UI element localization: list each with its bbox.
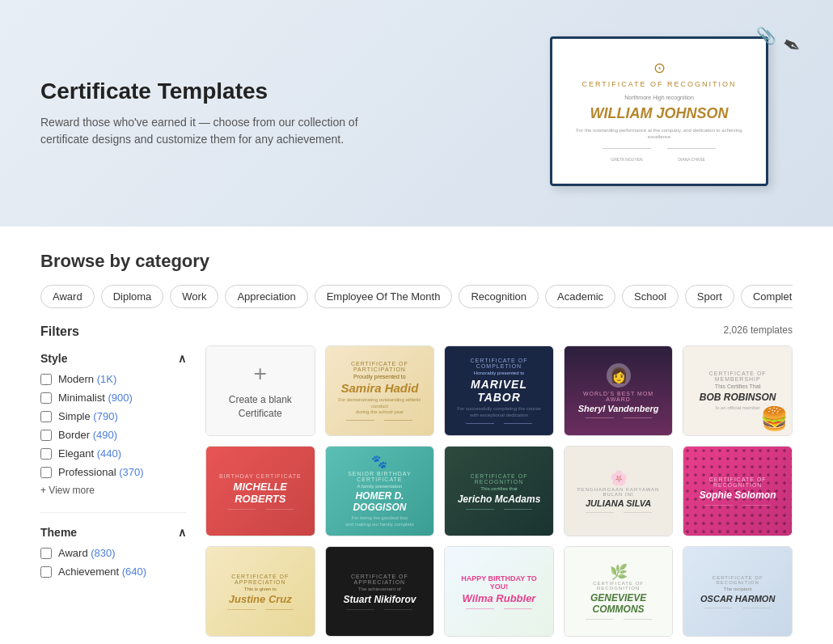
cat-school[interactable]: School bbox=[622, 285, 679, 308]
filter-professional-checkbox[interactable] bbox=[40, 467, 52, 478]
template-homer-thumb: 🐾 Senior Birthday Certificate A family p… bbox=[326, 447, 434, 536]
template-genevieve[interactable]: 🌿 Certificate of Recognition GENEVIEVE C… bbox=[564, 546, 674, 637]
blank-template-card[interactable]: + Create a blankCertificate bbox=[205, 345, 315, 436]
sidebar-filters: Filters Style ∧ Modern (1K) Minimalist (… bbox=[40, 324, 186, 637]
hero-text: Certificate Templates Reward those who'v… bbox=[40, 78, 380, 148]
main-content: Browse by category Award Diploma Work Ap… bbox=[0, 227, 833, 644]
template-sophie[interactable]: Certificate of Recognition Sophie Solomo… bbox=[683, 446, 793, 536]
cert-mockup-desc: For the outstanding performance at the c… bbox=[565, 127, 753, 141]
filter-minimalist: Minimalist (900) bbox=[40, 392, 186, 404]
hero-image: ⊙ Certificate of Recognition Northmore H… bbox=[534, 32, 793, 194]
template-bob-thumb: Certificate of Membership This Certifies… bbox=[683, 346, 792, 435]
paw-icon: 🐾 bbox=[371, 454, 387, 469]
theme-filter-label: Theme bbox=[40, 526, 77, 539]
filter-achievement-theme-checkbox[interactable] bbox=[40, 566, 52, 578]
template-michelle[interactable]: Birthday Certificate MICHELLE ROBERTS bbox=[205, 446, 315, 536]
cat-work[interactable]: Work bbox=[170, 285, 218, 308]
cert-mockup-title: Certificate of Recognition bbox=[581, 80, 736, 88]
sheryl-photo: 👩 bbox=[607, 363, 631, 388]
template-jericho-thumb: Certificate of Recognition This certifie… bbox=[445, 447, 553, 536]
templates-grid: + Create a blankCertificate Certificate … bbox=[205, 345, 793, 637]
pen-icon: ✒ bbox=[776, 29, 806, 61]
hero-title: Certificate Templates bbox=[40, 78, 380, 104]
blank-plus-icon: + bbox=[254, 361, 267, 387]
template-sheryl-thumb: 👩 World's Best Mom Award Sheryl Vandenbe… bbox=[564, 346, 673, 435]
template-oscar[interactable]: Certificate of Recognition The recipient… bbox=[683, 546, 793, 637]
theme-filter-section: Theme ∧ Award (830) Achievement (640) bbox=[40, 526, 186, 578]
cert-sig-1: GRETA NGUYEN bbox=[603, 148, 651, 163]
style-view-more[interactable]: + View more bbox=[40, 485, 186, 496]
category-tabs: Award Diploma Work Appreciation Employee… bbox=[40, 285, 793, 308]
filter-elegant: Elegant (440) bbox=[40, 447, 186, 460]
cert-mockup-name: WILLIAM JOHNSON bbox=[590, 105, 729, 122]
content-area: Filters Style ∧ Modern (1K) Minimalist (… bbox=[40, 324, 793, 637]
cat-diploma[interactable]: Diploma bbox=[101, 285, 164, 308]
templates-area: 2,026 templates + Create a blankCertific… bbox=[205, 324, 793, 637]
cert-sig-2: DIANA CHASE bbox=[667, 148, 716, 163]
template-sheryl[interactable]: 👩 World's Best Mom Award Sheryl Vandenbe… bbox=[564, 345, 674, 436]
cat-appreciation[interactable]: Appreciation bbox=[225, 285, 307, 308]
filter-professional: Professional (370) bbox=[40, 466, 186, 478]
template-jericho[interactable]: Certificate of Recognition This certifie… bbox=[444, 446, 554, 536]
filter-elegant-checkbox[interactable] bbox=[40, 448, 52, 460]
cert-logo-icon: ⊙ bbox=[653, 59, 666, 77]
template-stuart-thumb: Certificate of Appreciation The achievem… bbox=[326, 547, 434, 636]
hero-section: Certificate Templates Reward those who'v… bbox=[0, 0, 833, 227]
style-filter-header[interactable]: Style ∧ bbox=[40, 352, 186, 365]
template-participation-thumb: Certificate Of Participation Proudly pre… bbox=[326, 346, 434, 435]
hero-description: Reward those who've earned it — choose f… bbox=[40, 114, 380, 148]
template-completion[interactable]: Certificate of Completion Honorably pres… bbox=[444, 345, 554, 436]
filter-minimalist-checkbox[interactable] bbox=[40, 392, 52, 404]
cat-award[interactable]: Award bbox=[40, 285, 95, 308]
cat-academic[interactable]: Academic bbox=[545, 285, 615, 308]
style-filter-label: Style bbox=[40, 352, 67, 365]
theme-filter-header[interactable]: Theme ∧ bbox=[40, 526, 186, 539]
browse-title: Browse by category bbox=[40, 251, 793, 272]
filters-header: Filters bbox=[40, 324, 186, 339]
template-justine[interactable]: Certificate of Appreciation This is give… bbox=[205, 546, 315, 637]
template-juliana[interactable]: 🌸 Penghargaan Karyawan Bulan Ini JULIANA… bbox=[564, 446, 674, 536]
cert-mockup-signatures: GRETA NGUYEN DIANA CHASE bbox=[603, 148, 716, 163]
cat-employee-of-month[interactable]: Employee Of The Month bbox=[315, 285, 453, 308]
filter-simple: Simple (790) bbox=[40, 410, 186, 422]
template-sophie-thumb: Certificate of Recognition Sophie Solomo… bbox=[683, 447, 792, 536]
filter-modern: Modern (1K) bbox=[40, 373, 186, 385]
filter-modern-checkbox[interactable] bbox=[40, 374, 52, 385]
filter-award-theme: Award (830) bbox=[40, 547, 186, 559]
blank-label: Create a blankCertificate bbox=[229, 393, 292, 421]
filter-simple-checkbox[interactable] bbox=[40, 411, 52, 422]
cat-sport[interactable]: Sport bbox=[685, 285, 734, 308]
cert-mockup-org: Northmore High recognition bbox=[624, 95, 694, 100]
theme-collapse-icon: ∧ bbox=[178, 526, 186, 539]
genevieve-floral: 🌿 bbox=[610, 563, 628, 581]
blank-template-thumb: + Create a blankCertificate bbox=[206, 346, 315, 435]
cat-completion[interactable]: Completion bbox=[741, 285, 793, 308]
template-genevieve-thumb: 🌿 Certificate of Recognition GENEVIEVE C… bbox=[564, 547, 673, 636]
certificate-mockup: ⊙ Certificate of Recognition Northmore H… bbox=[550, 36, 768, 186]
template-stuart[interactable]: Certificate of Appreciation The achievem… bbox=[325, 546, 435, 637]
filter-award-theme-checkbox[interactable] bbox=[40, 548, 52, 559]
filters-title: Filters bbox=[40, 324, 79, 339]
template-participation[interactable]: Certificate Of Participation Proudly pre… bbox=[325, 345, 435, 436]
floral-decoration: 🌸 bbox=[610, 469, 628, 487]
templates-count: 2,026 templates bbox=[205, 324, 793, 336]
template-juliana-thumb: 🌸 Penghargaan Karyawan Bulan Ini JULIANA… bbox=[564, 447, 673, 536]
style-collapse-icon: ∧ bbox=[178, 352, 186, 365]
template-justine-thumb: Certificate of Appreciation This is give… bbox=[206, 547, 315, 636]
template-homer[interactable]: 🐾 Senior Birthday Certificate A family p… bbox=[325, 446, 435, 536]
template-michelle-thumb: Birthday Certificate MICHELLE ROBERTS bbox=[206, 447, 315, 536]
template-completion-thumb: Certificate of Completion Honorably pres… bbox=[445, 346, 553, 435]
template-bob[interactable]: Certificate of Membership This Certifies… bbox=[683, 345, 793, 436]
template-oscar-thumb: Certificate of Recognition The recipient… bbox=[683, 547, 792, 636]
filter-achievement-theme: Achievement (640) bbox=[40, 566, 186, 578]
template-wilma-thumb: HAPPY BIRTHDAY TO YOU! Wilma Rubbler bbox=[445, 547, 553, 636]
filter-border: Border (490) bbox=[40, 429, 186, 441]
cat-recognition[interactable]: Recognition bbox=[459, 285, 539, 308]
template-wilma[interactable]: HAPPY BIRTHDAY TO YOU! Wilma Rubbler bbox=[444, 546, 554, 637]
filter-divider bbox=[40, 512, 186, 513]
filter-border-checkbox[interactable] bbox=[40, 430, 52, 441]
style-filter-section: Style ∧ Modern (1K) Minimalist (900) Sim… bbox=[40, 352, 186, 496]
paperclip-icon: 📎 bbox=[756, 26, 776, 45]
